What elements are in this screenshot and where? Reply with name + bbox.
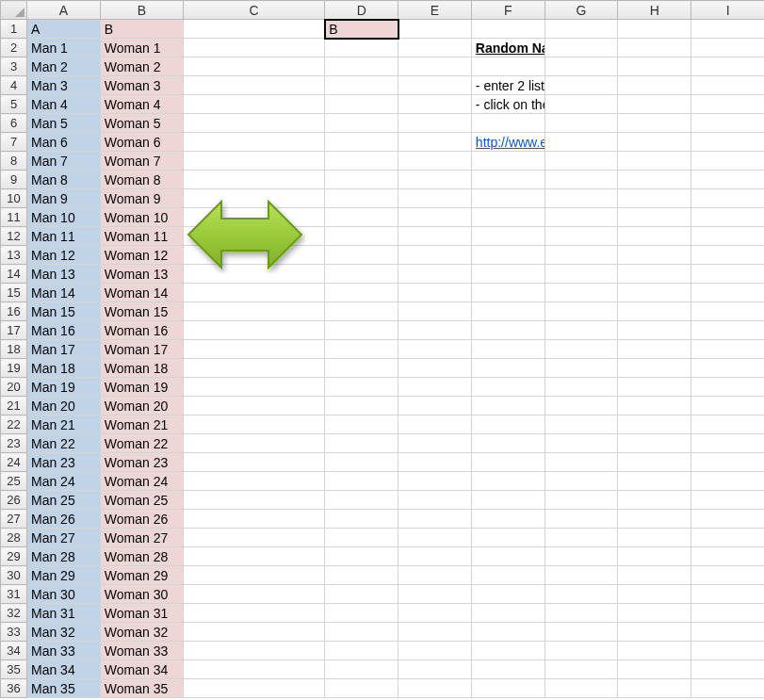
row-header[interactable]: 30	[1, 566, 27, 585]
cell-I7[interactable]	[691, 133, 764, 152]
cell-E34[interactable]	[398, 642, 472, 660]
cell-C15[interactable]	[183, 284, 324, 302]
cell-C26[interactable]	[183, 491, 324, 510]
cell-H17[interactable]	[618, 321, 691, 340]
cell-F28[interactable]	[471, 529, 545, 547]
cell-A24[interactable]: Man 23	[27, 453, 101, 472]
cell-F18[interactable]	[471, 340, 545, 359]
row-header[interactable]: 26	[1, 491, 27, 510]
cell-F14[interactable]	[471, 265, 545, 284]
double-arrow-icon[interactable]	[184, 196, 306, 273]
cell-D12[interactable]	[325, 227, 398, 246]
cell-F12[interactable]	[471, 227, 545, 246]
cell-I13[interactable]	[691, 246, 764, 265]
cell-D30[interactable]	[325, 566, 398, 585]
cell-A23[interactable]: Man 22	[27, 434, 101, 453]
cell-H2[interactable]	[618, 39, 691, 57]
cell-E19[interactable]	[398, 359, 472, 378]
cell-A3[interactable]: Man 2	[27, 57, 101, 76]
cell-I29[interactable]	[691, 547, 764, 566]
cell-D31[interactable]	[325, 585, 398, 604]
cell-G34[interactable]	[545, 642, 618, 660]
cell-E22[interactable]	[398, 415, 472, 434]
cell-H32[interactable]	[618, 604, 691, 623]
cell-C9[interactable]	[183, 171, 324, 189]
cell-D34[interactable]	[325, 642, 398, 660]
cell-B4[interactable]: Woman 3	[100, 76, 183, 95]
cell-A21[interactable]: Man 20	[27, 397, 101, 415]
cell-D15[interactable]	[325, 284, 398, 302]
cell-I16[interactable]	[691, 302, 764, 321]
cell-H20[interactable]	[618, 378, 691, 397]
cell-I33[interactable]	[691, 623, 764, 642]
row-header[interactable]: 20	[1, 378, 27, 397]
row-header[interactable]: 9	[1, 171, 27, 189]
cell-C17[interactable]	[183, 321, 324, 340]
cell-I10[interactable]	[691, 189, 764, 208]
cell-I32[interactable]	[691, 604, 764, 623]
cell-F20[interactable]	[471, 378, 545, 397]
cell-I5[interactable]	[691, 95, 764, 114]
cell-C5[interactable]	[183, 95, 324, 114]
row-header[interactable]: 15	[1, 284, 27, 302]
cell-F1[interactable]	[471, 20, 545, 39]
col-header-E[interactable]: E	[398, 1, 472, 20]
cell-I11[interactable]	[691, 208, 764, 227]
cell-F25[interactable]	[471, 472, 545, 491]
cell-D25[interactable]	[325, 472, 398, 491]
cell-H28[interactable]	[618, 529, 691, 547]
cell-H7[interactable]	[618, 133, 691, 152]
cell-E28[interactable]	[398, 529, 472, 547]
cell-G18[interactable]	[545, 340, 618, 359]
cell-H5[interactable]	[618, 95, 691, 114]
cell-I19[interactable]	[691, 359, 764, 378]
col-header-D[interactable]: D	[325, 1, 398, 20]
cell-D1[interactable]: B	[325, 20, 398, 39]
row-header[interactable]: 3	[1, 57, 27, 76]
cell-F4[interactable]: - enter 2 lists of names	[471, 76, 545, 95]
cell-H8[interactable]	[618, 152, 691, 171]
cell-D22[interactable]	[325, 415, 398, 434]
cell-E24[interactable]	[398, 453, 472, 472]
cell-G14[interactable]	[545, 265, 618, 284]
cell-C8[interactable]	[183, 152, 324, 171]
row-header[interactable]: 23	[1, 434, 27, 453]
cell-D33[interactable]	[325, 623, 398, 642]
cell-D27[interactable]	[325, 510, 398, 529]
cell-E12[interactable]	[398, 227, 472, 246]
cell-A29[interactable]: Man 28	[27, 547, 101, 566]
cell-B12[interactable]: Woman 11	[100, 227, 183, 246]
cell-A34[interactable]: Man 33	[27, 642, 101, 660]
cell-B6[interactable]: Woman 5	[100, 114, 183, 133]
cell-I1[interactable]	[691, 20, 764, 39]
cell-E20[interactable]	[398, 378, 472, 397]
cell-B20[interactable]: Woman 19	[100, 378, 183, 397]
row-header[interactable]: 17	[1, 321, 27, 340]
cell-B11[interactable]: Woman 10	[100, 208, 183, 227]
row-header[interactable]: 25	[1, 472, 27, 491]
col-header-A[interactable]: A	[27, 1, 101, 20]
cell-D14[interactable]	[325, 265, 398, 284]
cell-E30[interactable]	[398, 566, 472, 585]
cell-E31[interactable]	[398, 585, 472, 604]
cell-A20[interactable]: Man 19	[27, 378, 101, 397]
cell-H22[interactable]	[618, 415, 691, 434]
cell-E27[interactable]	[398, 510, 472, 529]
cell-I12[interactable]	[691, 227, 764, 246]
cell-A28[interactable]: Man 27	[27, 529, 101, 547]
cell-A35[interactable]: Man 34	[27, 660, 101, 679]
cell-B27[interactable]: Woman 26	[100, 510, 183, 529]
cell-C23[interactable]	[183, 434, 324, 453]
cell-I36[interactable]	[691, 679, 764, 698]
cell-A10[interactable]: Man 9	[27, 189, 101, 208]
cell-A5[interactable]: Man 4	[27, 95, 101, 114]
cell-C3[interactable]	[183, 57, 324, 76]
cell-G1[interactable]	[545, 20, 618, 39]
cell-F21[interactable]	[471, 397, 545, 415]
cell-F7[interactable]: http://www.excel-pratique.com/en	[471, 133, 545, 152]
cell-F29[interactable]	[471, 547, 545, 566]
cell-D4[interactable]	[325, 76, 398, 95]
cell-C20[interactable]	[183, 378, 324, 397]
cell-C36[interactable]	[183, 679, 324, 698]
cell-G31[interactable]	[545, 585, 618, 604]
